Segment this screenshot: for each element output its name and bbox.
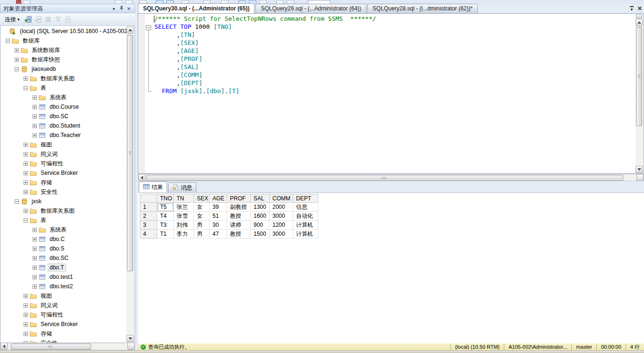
grid-cell[interactable]: 1600 xyxy=(251,212,270,221)
expand-icon[interactable]: + xyxy=(15,48,19,52)
expand-icon[interactable]: + xyxy=(24,171,28,175)
grid-cell[interactable]: T4 xyxy=(157,212,174,221)
code-area[interactable]: /****** Script for SelectTopNRows comman… xyxy=(154,15,634,95)
collapse-icon[interactable]: − xyxy=(15,199,19,204)
scrollbar-thumb[interactable] xyxy=(146,175,623,181)
grid-cell[interactable]: 30 xyxy=(210,221,227,230)
expand-icon[interactable]: + xyxy=(24,303,28,308)
close-icon[interactable]: ✕ xyxy=(125,6,133,11)
editor-tab[interactable]: SQLQuery28.sql - (l...dministrator (62))… xyxy=(367,4,478,13)
scroll-down-button[interactable] xyxy=(127,335,134,342)
tree-item[interactable]: +存储 xyxy=(0,329,127,338)
row-number[interactable]: 4 xyxy=(140,230,157,239)
scroll-left-button[interactable] xyxy=(138,174,145,181)
expand-icon[interactable]: + xyxy=(33,228,37,232)
tree-item[interactable]: −数据库 xyxy=(0,36,127,45)
tree-item[interactable]: +Service Broker xyxy=(0,168,127,178)
tree-item[interactable]: +同义词 xyxy=(0,149,127,159)
scroll-right-button[interactable] xyxy=(636,174,644,181)
tree-item[interactable]: +dbo.S xyxy=(0,244,127,253)
editor-vertical-scrollbar[interactable] xyxy=(636,14,643,173)
column-header[interactable]: SEX xyxy=(194,194,210,203)
column-header[interactable]: TNO xyxy=(157,194,174,203)
grid-cell[interactable]: T1 xyxy=(157,230,174,239)
expand-icon[interactable]: + xyxy=(33,237,37,241)
scroll-left-button[interactable] xyxy=(0,343,8,350)
tree-item[interactable]: +系统表 xyxy=(0,225,127,234)
expand-icon[interactable]: + xyxy=(33,124,37,128)
grid-cell[interactable]: 3000 xyxy=(270,230,293,239)
tree-item[interactable]: −jiaoxuedb xyxy=(0,64,127,74)
expand-icon[interactable]: + xyxy=(33,247,37,251)
grid-cell[interactable]: 计算机 xyxy=(293,221,318,230)
grid-cell[interactable]: 男 xyxy=(194,221,210,230)
collapse-icon[interactable]: − xyxy=(6,39,10,43)
close-document-icon[interactable]: ✕ xyxy=(637,5,642,12)
column-header[interactable]: COMM xyxy=(270,194,293,203)
tree-item[interactable]: +dbo.test2 xyxy=(0,282,127,291)
grid-cell[interactable]: 2000 xyxy=(270,203,293,212)
tree-item[interactable]: +可编程性 xyxy=(0,159,127,168)
grid-cell[interactable]: T3 xyxy=(157,221,174,230)
column-header[interactable]: TN xyxy=(174,194,194,203)
grid-cell[interactable]: 女 xyxy=(194,203,210,212)
scroll-up-button[interactable] xyxy=(636,19,643,26)
expand-icon[interactable]: + xyxy=(33,105,37,109)
tree-item[interactable]: +数据库快照 xyxy=(0,55,127,64)
tree-item[interactable]: (local) (SQL Server 10.50.1600 - A105-00… xyxy=(0,26,127,36)
expand-icon[interactable]: + xyxy=(24,322,28,327)
tree-item[interactable]: +dbo.Teacher xyxy=(0,130,127,140)
expand-icon[interactable]: + xyxy=(33,284,37,289)
expand-icon[interactable]: + xyxy=(33,256,37,260)
tree-item[interactable]: +dbo.SC xyxy=(0,253,127,263)
tab-messages[interactable]: 消息 xyxy=(168,182,196,192)
expand-icon[interactable]: + xyxy=(15,58,19,62)
grid-cell[interactable]: 男 xyxy=(194,230,210,239)
tree-item[interactable]: +数据库关系图 xyxy=(0,74,127,83)
tab-results[interactable]: 结果 xyxy=(139,181,167,192)
expand-icon[interactable]: + xyxy=(33,266,37,270)
expand-icon[interactable]: + xyxy=(24,143,28,147)
tree-item[interactable]: +视图 xyxy=(0,291,127,301)
active-files-dropdown-icon[interactable]: ▾ xyxy=(630,6,634,11)
scrollbar-thumb[interactable] xyxy=(636,27,642,126)
tree-item[interactable]: +dbo.Course xyxy=(0,102,127,112)
grid-cell[interactable]: 自动化 xyxy=(293,212,318,221)
grid-cell[interactable]: 1500 xyxy=(251,230,270,239)
column-header[interactable]: PROF xyxy=(227,194,251,203)
grid-cell[interactable]: 信息 xyxy=(293,203,318,212)
split-handle[interactable] xyxy=(636,14,642,18)
tree-item[interactable]: −表 xyxy=(0,83,127,93)
expand-icon[interactable]: + xyxy=(24,152,28,156)
grid-cell[interactable]: 47 xyxy=(210,230,227,239)
expand-icon[interactable]: + xyxy=(24,190,28,194)
grid-cell[interactable]: 51 xyxy=(210,212,227,221)
pin-icon[interactable] xyxy=(118,6,125,12)
row-number[interactable]: 2 xyxy=(140,212,157,221)
expand-icon[interactable]: + xyxy=(24,294,28,298)
expand-icon[interactable]: + xyxy=(33,114,37,119)
expand-icon[interactable]: + xyxy=(33,275,37,279)
scrollbar-thumb[interactable] xyxy=(127,35,133,271)
grid-cell[interactable]: 讲师 xyxy=(227,221,251,230)
grid-cell[interactable]: 张兰 xyxy=(174,203,194,212)
collapse-icon[interactable]: − xyxy=(24,86,28,90)
editor-tab[interactable]: SQLQuery29.sql - (...Administrator (64)) xyxy=(255,4,366,13)
outline-collapse-icon[interactable]: − xyxy=(146,25,151,30)
grid-cell[interactable]: 3000 xyxy=(270,212,293,221)
tree-horizontal-scrollbar[interactable] xyxy=(0,343,135,350)
tree-item[interactable]: +dbo.SC xyxy=(0,112,127,121)
tree-item[interactable]: +同义词 xyxy=(0,301,127,310)
expand-icon[interactable]: + xyxy=(24,332,28,336)
collapse-icon[interactable]: − xyxy=(24,218,28,223)
tree-item[interactable]: +dbo.C xyxy=(0,234,127,244)
expand-icon[interactable]: + xyxy=(24,341,28,343)
tree-item[interactable]: −jxsk xyxy=(0,197,127,206)
scroll-down-button[interactable] xyxy=(636,166,643,173)
tree-item[interactable]: +可编程性 xyxy=(0,310,127,319)
tree-item[interactable]: +视图 xyxy=(0,140,127,149)
grid-cell[interactable]: 39 xyxy=(210,203,227,212)
tree-item[interactable]: +安全性 xyxy=(0,187,127,197)
editor-tab[interactable]: SQLQuery30.sql - (...Administrator (65)) xyxy=(138,3,254,13)
window-position-icon[interactable]: ▾ xyxy=(110,6,118,11)
